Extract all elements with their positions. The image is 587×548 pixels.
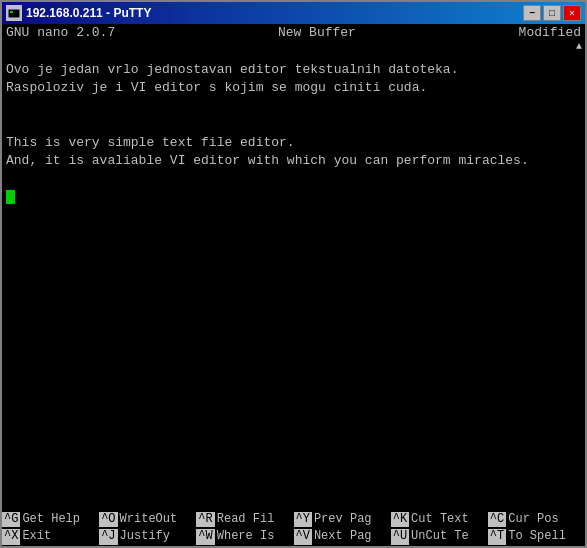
editor-line — [6, 243, 569, 261]
nano-label: To Spell — [506, 529, 566, 545]
editor-line: Ovo je jedan vrlo jednostavan editor tek… — [6, 61, 569, 79]
editor-line: Raspoloziv je i VI editor s kojim se mog… — [6, 79, 569, 97]
nano-cmd-ctrl-J[interactable]: ^J Justify — [99, 529, 196, 545]
nano-modified: Modified — [519, 25, 581, 40]
editor-line — [6, 316, 569, 334]
nano-label: UnCut Te — [409, 529, 469, 545]
nano-label: Next Pag — [312, 529, 372, 545]
editor-line — [6, 279, 569, 297]
nano-key: ^U — [391, 529, 409, 545]
editor-line — [6, 425, 569, 443]
terminal[interactable]: GNU nano 2.0.7 New Buffer Modified Ovo j… — [2, 24, 585, 546]
editor-line — [6, 116, 569, 134]
editor-line — [6, 298, 569, 316]
nano-bottom-bars: ^G Get Help^O WriteOut^R Read Fil^Y Prev… — [2, 511, 585, 546]
editor-line: And, it is avaliable VI editor with whic… — [6, 152, 569, 170]
editor-line — [6, 498, 569, 511]
nano-cmd-ctrl-C[interactable]: ^C Cur Pos — [488, 512, 585, 528]
nano-label: Justify — [118, 529, 170, 545]
editor-line — [6, 443, 569, 461]
nano-key: ^W — [196, 529, 214, 545]
nano-label: Cur Pos — [506, 512, 558, 528]
nano-key: ^R — [196, 512, 214, 528]
editor-area[interactable]: Ovo je jedan vrlo jednostavan editor tek… — [2, 41, 585, 511]
editor-line: This is very simple text file editor. — [6, 134, 569, 152]
nano-cmd-ctrl-U[interactable]: ^U UnCut Te — [391, 529, 488, 545]
title-bar: 192.168.0.211 - PuTTY − □ ✕ — [2, 2, 585, 24]
nano-cmd-ctrl-O[interactable]: ^O WriteOut — [99, 512, 196, 528]
nano-key: ^V — [294, 529, 312, 545]
nano-cmd-ctrl-V[interactable]: ^V Next Pag — [294, 529, 391, 545]
nano-cmd-ctrl-G[interactable]: ^G Get Help — [2, 512, 99, 528]
svg-rect-2 — [10, 11, 13, 13]
editor-line — [6, 43, 569, 61]
editor-line — [6, 370, 569, 388]
editor-line — [6, 261, 569, 279]
nano-label: WriteOut — [118, 512, 178, 528]
nano-key: ^C — [488, 512, 506, 528]
nano-key: ^O — [99, 512, 117, 528]
nano-key: ^X — [2, 529, 20, 545]
editor-line — [6, 334, 569, 352]
cursor — [6, 190, 15, 204]
nano-label: Prev Pag — [312, 512, 372, 528]
window-title: 192.168.0.211 - PuTTY — [26, 6, 151, 20]
close-button[interactable]: ✕ — [563, 5, 581, 21]
nano-cmd-ctrl-R[interactable]: ^R Read Fil — [196, 512, 293, 528]
nano-key: ^Y — [294, 512, 312, 528]
editor-line — [6, 407, 569, 425]
editor-line — [6, 461, 569, 479]
nano-label: Where Is — [215, 529, 275, 545]
editor-line — [6, 170, 569, 188]
nano-key: ^K — [391, 512, 409, 528]
editor-line — [6, 98, 569, 116]
editor-line — [6, 480, 569, 498]
nano-cmd-ctrl-W[interactable]: ^W Where Is — [196, 529, 293, 545]
nano-shortcut-bar-2: ^X Exit^J Justify^W Where Is^V Next Pag^… — [2, 528, 585, 546]
window-icon — [6, 5, 22, 21]
nano-label: Read Fil — [215, 512, 275, 528]
nano-label: Get Help — [20, 512, 80, 528]
nano-cmd-ctrl-Y[interactable]: ^Y Prev Pag — [294, 512, 391, 528]
editor-content[interactable]: Ovo je jedan vrlo jednostavan editor tek… — [2, 41, 573, 511]
nano-key: ^J — [99, 529, 117, 545]
editor-line — [6, 389, 569, 407]
editor-line — [6, 207, 569, 225]
title-bar-left: 192.168.0.211 - PuTTY — [6, 5, 151, 21]
scroll-up-arrow[interactable]: ▲ — [576, 41, 582, 52]
editor-line — [6, 189, 569, 207]
maximize-button[interactable]: □ — [543, 5, 561, 21]
title-buttons: − □ ✕ — [523, 5, 581, 21]
scrollbar[interactable]: ▲ — [573, 41, 585, 511]
nano-shortcut-bar-1: ^G Get Help^O WriteOut^R Read Fil^Y Prev… — [2, 511, 585, 529]
editor-line — [6, 225, 569, 243]
nano-top-bar: GNU nano 2.0.7 New Buffer Modified — [2, 24, 585, 41]
putty-window: 192.168.0.211 - PuTTY − □ ✕ GNU nano 2.0… — [0, 0, 587, 548]
editor-line — [6, 352, 569, 370]
nano-label: Exit — [20, 529, 51, 545]
nano-version: GNU nano 2.0.7 — [6, 25, 115, 40]
nano-key: ^G — [2, 512, 20, 528]
minimize-button[interactable]: − — [523, 5, 541, 21]
nano-label: Cut Text — [409, 512, 469, 528]
nano-cmd-ctrl-K[interactable]: ^K Cut Text — [391, 512, 488, 528]
nano-cmd-ctrl-T[interactable]: ^T To Spell — [488, 529, 585, 545]
nano-cmd-ctrl-X[interactable]: ^X Exit — [2, 529, 99, 545]
nano-filename: New Buffer — [278, 25, 356, 40]
nano-key: ^T — [488, 529, 506, 545]
